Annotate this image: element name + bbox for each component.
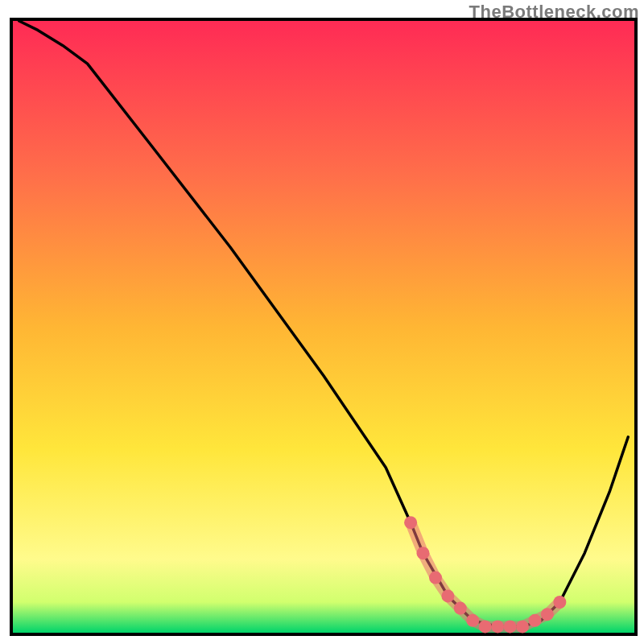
watermark-text: TheBottleneck.com: [469, 2, 639, 23]
optimal-marker-dot: [504, 620, 517, 633]
chart-container: TheBottleneck.com: [0, 0, 644, 644]
optimal-marker-dot: [516, 620, 529, 633]
optimal-marker-dot: [479, 620, 492, 633]
optimal-marker-dot: [491, 620, 504, 633]
plot-background: [13, 21, 634, 633]
optimal-marker-dot: [529, 614, 542, 627]
optimal-marker-dot: [417, 547, 430, 559]
optimal-marker-dot: [553, 596, 566, 609]
optimal-marker-dot: [429, 572, 442, 584]
optimal-marker-dot: [404, 516, 417, 529]
bottleneck-chart: [0, 0, 644, 644]
optimal-marker-dot: [441, 589, 454, 602]
optimal-marker-dot: [454, 602, 467, 615]
optimal-marker-dot: [541, 608, 554, 621]
optimal-marker-dot: [466, 614, 479, 627]
